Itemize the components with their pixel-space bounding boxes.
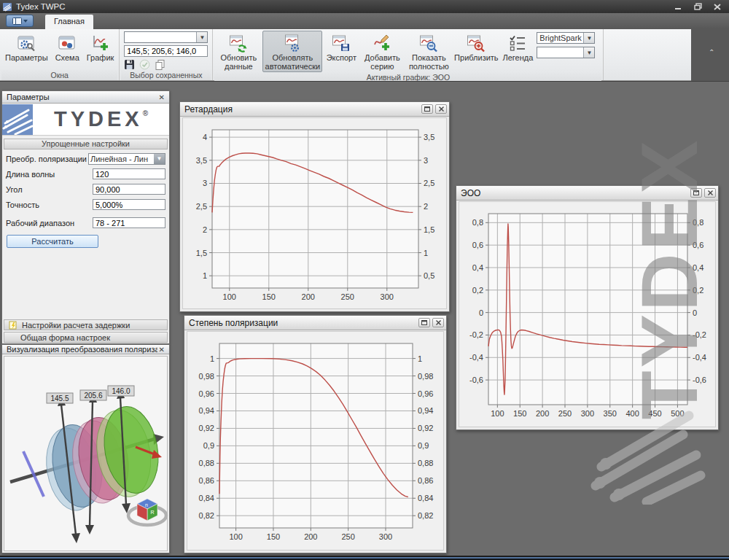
secondary-combobox[interactable]: ▼ xyxy=(537,47,595,58)
svg-text:4: 4 xyxy=(203,133,207,141)
svg-text:200: 200 xyxy=(302,292,315,301)
chart-plot-area[interactable]: 110,980,980,960,960,940,940,920,920,90,9… xyxy=(187,331,444,551)
chart-window-eoo[interactable]: ЭОО 0,80,80,60,60,40,40,20,200-0,2-0,2-0… xyxy=(456,185,719,430)
panel-title: Параметры xyxy=(7,93,157,101)
section-delay-settings[interactable]: Настройки расчета задержки xyxy=(4,319,168,330)
chart-window-polarization-degree[interactable]: Степень поляризации 110,980,980,960,960,… xyxy=(184,315,447,553)
svg-text:R: R xyxy=(150,510,154,515)
close-button[interactable] xyxy=(709,2,726,12)
window-gear-icon xyxy=(17,34,36,52)
working-range-input[interactable] xyxy=(93,217,165,228)
svg-text:300: 300 xyxy=(381,292,394,301)
auto-refresh-toggle[interactable]: Обновлять автоматически xyxy=(262,31,322,72)
polarization-3d-view[interactable]: 145.5 205.6 146.0 n R xyxy=(4,356,168,551)
svg-text:2: 2 xyxy=(203,225,207,234)
parameters-panel-titlebar: Параметры ✕ xyxy=(2,91,169,104)
ribbon-group-windows: Параметры Схема xyxy=(0,29,120,80)
refresh-data-button[interactable]: Обновить данные xyxy=(214,31,262,72)
close-button[interactable] xyxy=(704,188,716,198)
svg-text:2,5: 2,5 xyxy=(196,202,207,211)
svg-text:0,4: 0,4 xyxy=(472,263,483,272)
chart-window-titlebar[interactable]: ЭОО xyxy=(456,186,718,201)
panel-filler xyxy=(2,248,169,319)
svg-text:0,96: 0,96 xyxy=(199,389,214,398)
svg-text:3,5: 3,5 xyxy=(424,133,434,141)
legend-button[interactable]: Легенда xyxy=(499,31,537,63)
svg-text:0: 0 xyxy=(693,308,697,317)
app-logo-icon xyxy=(3,2,12,12)
maximize-icon xyxy=(421,320,427,325)
tab-glavnaya[interactable]: Главная xyxy=(45,15,93,29)
svg-text:0,96: 0,96 xyxy=(418,389,433,398)
window-layout-icon xyxy=(12,18,22,25)
zoom-out-magnifier-icon xyxy=(419,34,438,52)
svg-text:2,5: 2,5 xyxy=(424,179,434,187)
zoom-in-button[interactable]: Приблизить xyxy=(453,31,499,63)
close-icon[interactable]: ✕ xyxy=(157,346,166,354)
chevron-down-icon: ▼ xyxy=(583,33,594,43)
maximize-button[interactable] xyxy=(690,188,702,198)
minimize-button[interactable] xyxy=(669,2,687,12)
wavelength-input[interactable] xyxy=(93,168,165,179)
close-button[interactable] xyxy=(432,318,444,327)
window-bottom-border xyxy=(0,556,729,560)
svg-text:500: 500 xyxy=(671,409,684,418)
svg-text:0,9: 0,9 xyxy=(418,441,429,450)
svg-text:200: 200 xyxy=(536,409,549,418)
chart-window-retardation[interactable]: Ретардация 43,53,5332,52,5221,51,5110,51… xyxy=(179,101,450,312)
saved-angles-combobox[interactable]: ▼ xyxy=(124,31,208,43)
export-button[interactable]: Экспорт xyxy=(322,31,360,63)
svg-text:1: 1 xyxy=(418,354,422,363)
add-series-button[interactable]: Добавить серию xyxy=(360,31,404,72)
section-general-settings[interactable]: Общая форма настроек xyxy=(4,332,168,343)
svg-text:0,88: 0,88 xyxy=(418,459,433,467)
window-scheme-icon xyxy=(58,34,77,52)
svg-text:100: 100 xyxy=(229,532,242,541)
group-label-saved-angles: Выбор сохраненных углов xyxy=(121,70,211,80)
theme-combobox[interactable]: BrightSpark ▼ xyxy=(537,32,595,44)
maximize-button[interactable] xyxy=(418,318,430,327)
apply-angles-icon[interactable] xyxy=(139,59,150,70)
close-icon[interactable]: ✕ xyxy=(157,93,166,101)
restore-button[interactable] xyxy=(689,2,706,12)
ribbon: Параметры Схема xyxy=(0,29,691,81)
chart-plot-area[interactable]: 43,53,5332,52,5221,51,5110,5100150200250… xyxy=(182,117,447,309)
window-title: Tydex TWPC xyxy=(16,2,667,11)
chart-window-title: Ретардация xyxy=(184,104,419,114)
chart-window-titlebar[interactable]: Ретардация xyxy=(180,102,449,117)
svg-text:1,5: 1,5 xyxy=(424,225,434,234)
angle-input[interactable] xyxy=(93,184,165,195)
svg-text:250: 250 xyxy=(558,409,572,418)
calculate-button[interactable]: Рассчитать xyxy=(7,235,98,248)
close-icon xyxy=(708,190,713,195)
field-polarization-transform: Преобр. поляризации Линейная - Лин ▼ xyxy=(2,151,169,166)
svg-text:0,6: 0,6 xyxy=(693,241,703,249)
retardation-chart: 43,53,5332,52,5221,51,5110,5100150200250… xyxy=(183,118,446,308)
polarization-transform-select[interactable]: Линейная - Лин ▼ xyxy=(88,153,165,165)
auto-refresh-gear-icon xyxy=(283,34,302,52)
accuracy-input[interactable] xyxy=(93,199,165,210)
scheme-button[interactable]: Схема xyxy=(52,31,83,63)
section-header-simplified-settings: Упрощенные настройки xyxy=(4,139,168,149)
svg-text:0,94: 0,94 xyxy=(418,406,433,415)
close-icon xyxy=(714,4,721,10)
maximize-button[interactable] xyxy=(421,104,433,114)
copy-angles-icon[interactable] xyxy=(155,59,165,70)
angles-input[interactable] xyxy=(124,45,208,57)
add-chart-button[interactable]: График xyxy=(83,31,118,63)
close-button[interactable] xyxy=(435,104,447,114)
svg-text:450: 450 xyxy=(648,409,661,418)
visualization-panel-titlebar: Визуализация преобразования поляризации … xyxy=(2,345,169,354)
tydex-logo-mark-icon xyxy=(2,104,33,135)
fit-view-button[interactable]: Показать полностью xyxy=(404,31,453,72)
svg-text:-0,2: -0,2 xyxy=(693,330,706,339)
save-angles-icon[interactable] xyxy=(124,59,135,70)
parameters-button[interactable]: Параметры xyxy=(1,31,52,63)
application-menu-button[interactable] xyxy=(6,15,34,27)
chart-window-titlebar[interactable]: Степень поляризации xyxy=(184,316,446,330)
ribbon-collapse-icon[interactable]: ⌃ xyxy=(709,48,714,56)
svg-text:1: 1 xyxy=(203,271,207,280)
chart-plot-area[interactable]: 0,80,80,60,60,40,40,20,200-0,2-0,2-0,4-0… xyxy=(459,201,716,427)
svg-text:300: 300 xyxy=(581,409,594,418)
svg-text:150: 150 xyxy=(262,292,276,301)
